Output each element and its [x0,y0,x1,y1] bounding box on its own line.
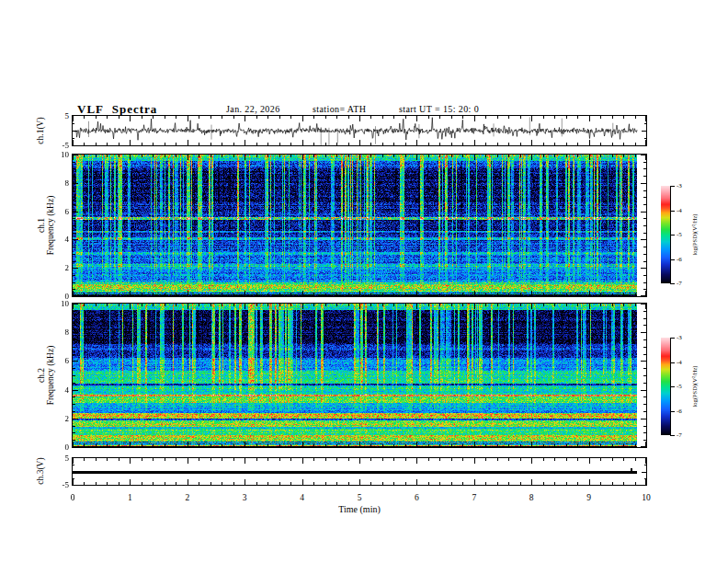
colorbar-ch1-canvas [661,186,670,283]
colorbar-ch1-tick-mark [670,283,675,284]
colorbar-ch1-tick-mark [670,235,675,236]
ch1-waveform-canvas [73,116,646,145]
colorbar-ch2-label: log(PSD)(V²/Hz) [691,345,700,428]
colorbar-ch2-tick-label: -7 [677,431,682,439]
colorbar-ch1-label: log(PSD)(V²/Hz) [691,193,700,276]
colorbar-ch2-tick-mark [670,411,675,412]
header-start-ut: start UT = 15: 20: 0 [399,104,479,114]
y-tick-label: 2 [49,263,69,272]
colorbar-ch2-tick-label: -3 [677,334,682,341]
y-tick-label: -5 [49,480,69,489]
y-tick-label: 0 [49,442,69,452]
colorbar-ch2-tick-mark [670,362,675,363]
y-tick-label: 10 [49,299,69,308]
x-tick-label: 10 [636,493,656,502]
ch1-spectrogram-panel [72,154,647,297]
ch1-frequency-axis-label-line2: Frequency (kHz) [46,156,55,294]
colorbar-ch1 [661,186,670,283]
y-tick-label: -5 [49,141,69,150]
x-tick-label: 5 [349,493,370,502]
x-tick-label: 8 [521,493,541,502]
ch1-frequency-axis-label: ch.1 Frequency (kHz) [37,156,55,294]
colorbar-ch1-tick-label: -3 [677,182,682,190]
x-tick-label: 3 [234,493,255,502]
ch2-spectrogram-canvas [73,304,646,447]
colorbar-ch2-tick-label: -5 [677,383,682,390]
colorbar-ch2-tick-mark [670,386,675,387]
colorbar-ch2-tick-label: -4 [677,359,682,366]
y-tick-label: 4 [49,235,69,244]
vlf-spectra-figure: VLF Spectra Jan. 22, 2026 station= ATH s… [0,0,728,563]
colorbar-ch2-canvas [661,338,670,435]
colorbar-ch1-tick-label: -5 [677,231,682,238]
y-tick-label: 2 [49,414,69,423]
y-tick-label: 6 [49,207,69,216]
colorbar-ch2 [661,338,670,435]
ch3-voltage-axis-label: ch.3(V) [36,434,47,508]
colorbar-ch2-tick-mark [670,338,675,339]
y-tick-label: 4 [49,385,69,395]
x-tick-label: 9 [579,493,599,502]
x-tick-label: 1 [119,493,140,502]
ch1-spectrogram-canvas [73,155,646,296]
y-tick-label: 5 [49,454,69,463]
colorbar-ch1-tick-mark [670,186,675,187]
x-tick-label: 4 [292,493,313,502]
header-date: Jan. 22, 2026 [226,104,280,114]
colorbar-ch1-tick-mark [670,211,675,212]
y-tick-label: 10 [49,150,69,159]
y-tick-label: 8 [49,178,69,188]
colorbar-ch1-tick-label: -4 [677,207,682,214]
x-tick-label: 7 [464,493,484,502]
ch2-spectrogram-panel [72,303,647,448]
y-tick-label: 8 [49,327,69,337]
ch1-frequency-axis-label-line1: ch.1 [37,156,46,294]
colorbar-ch2-tick-mark [670,435,675,436]
ch3-waveform-canvas [73,458,646,485]
ch1-waveform-panel [72,115,647,146]
x-tick-label: 0 [63,493,83,502]
y-tick-label: 5 [49,111,69,121]
colorbar-ch1-tick-mark [670,259,675,260]
x-tick-label: 2 [177,493,198,502]
time-axis-label: Time (min) [304,504,415,514]
x-tick-label: 6 [406,493,427,502]
header-station: station= ATH [313,104,367,114]
colorbar-ch1-tick-label: -6 [677,256,682,263]
colorbar-ch1-tick-label: -7 [677,280,682,287]
ch2-frequency-axis-label-line1: ch.2 [37,306,46,444]
ch3-waveform-panel [72,457,647,486]
y-tick-label: 6 [49,356,69,365]
colorbar-ch2-tick-label: -6 [677,408,682,415]
